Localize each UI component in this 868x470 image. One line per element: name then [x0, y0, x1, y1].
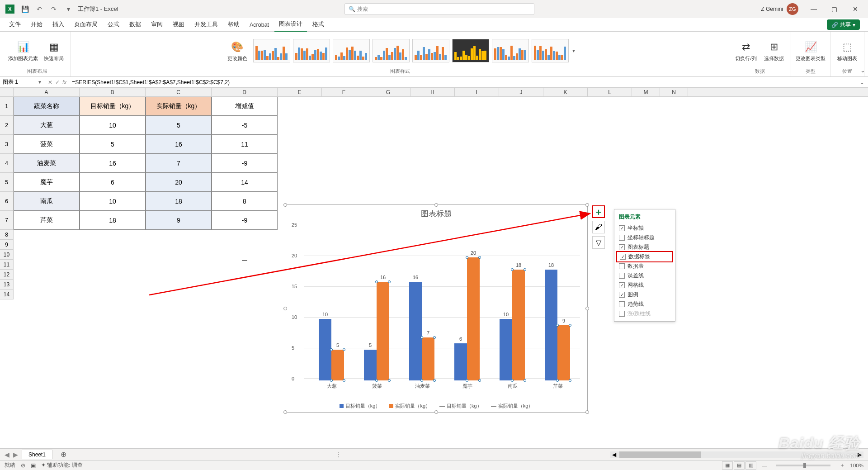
checkbox[interactable]: ✓ [619, 282, 625, 288]
row-header[interactable]: 3 [0, 135, 14, 154]
row-header[interactable]: 4 [0, 154, 14, 173]
row-header[interactable]: 12 [0, 270, 14, 280]
table-cell[interactable]: 大葱 [14, 116, 80, 135]
ribbon-tab[interactable]: 图表设计 [274, 18, 307, 32]
checkbox[interactable]: ✓ [619, 225, 625, 231]
table-header-cell[interactable]: 目标销量（kg） [80, 97, 146, 116]
table-cell[interactable]: 10 [80, 116, 146, 135]
ribbon-tab[interactable]: 插入 [48, 18, 69, 31]
data-label[interactable]: 18 [516, 262, 521, 268]
add-chart-element-button[interactable]: 📊 添加图表元素 [8, 40, 38, 62]
chart-styles-button[interactable]: 🖌 [592, 221, 605, 233]
search-box[interactable]: 🔍 搜索 [344, 3, 534, 15]
checkbox[interactable] [619, 263, 625, 269]
scrollbar-thumb[interactable] [619, 451, 701, 458]
ribbon-tab[interactable]: 帮助 [223, 18, 244, 31]
undo-icon[interactable]: ↶ [34, 4, 44, 14]
switch-row-col-button[interactable]: ⇄ 切换行/列 [734, 40, 758, 62]
accept-formula-icon[interactable]: ✓ [55, 79, 60, 85]
quick-layout-button[interactable]: ▦ 快速布局 [42, 40, 66, 62]
share-button[interactable]: 🔗 共享 ▾ [827, 19, 860, 30]
collapse-ribbon-icon[interactable]: ⌄ [860, 67, 865, 74]
checkbox[interactable]: ✓ [619, 292, 625, 298]
legend-item[interactable]: 实际销量（kg） [491, 403, 533, 409]
data-label[interactable]: 20 [471, 250, 476, 256]
worksheet-grid[interactable]: 1234567891011121314 蔬菜名称大葱菠菜油麦菜魔芋南瓜芹菜目标销… [0, 97, 868, 423]
chart-element-option[interactable]: 坐标轴标题 [616, 233, 673, 242]
fx-icon[interactable]: fx [62, 79, 66, 85]
table-cell[interactable]: -5 [212, 116, 278, 135]
chart-element-option[interactable]: 数据表 [616, 261, 673, 271]
legend-item[interactable]: 实际销量（kg） [389, 403, 430, 409]
column-header[interactable]: A [14, 88, 80, 96]
scroll-left-icon[interactable]: ◀ [612, 451, 616, 458]
column-header[interactable]: C [146, 88, 212, 96]
chart-element-option[interactable]: ✓图表标题 [616, 242, 673, 252]
checkbox[interactable]: ✓ [619, 244, 625, 250]
chart-bar[interactable]: 16 [377, 282, 389, 380]
row-header[interactable]: 13 [0, 280, 14, 290]
chart-style-thumb[interactable] [452, 39, 489, 62]
move-chart-button[interactable]: ⬚ 移动图表 [835, 40, 859, 62]
column-header[interactable]: M [632, 88, 660, 96]
chart-style-thumb[interactable] [333, 39, 370, 62]
data-label[interactable]: 6 [459, 336, 462, 342]
chart-legend[interactable]: 目标销量（kg）实际销量（kg）目标销量（kg）实际销量（kg） [285, 403, 587, 409]
chart-filters-button[interactable]: ▽ [592, 236, 605, 249]
checkbox[interactable]: ✓ [620, 254, 626, 260]
chart-bar[interactable]: 18 [512, 270, 525, 380]
row-header[interactable]: 9 [0, 240, 14, 250]
change-colors-button[interactable]: 🎨 更改颜色 [225, 40, 250, 62]
cancel-formula-icon[interactable]: ✕ [48, 79, 52, 85]
chart-element-option[interactable]: 趋势线 [616, 299, 673, 309]
qat-dropdown-icon[interactable]: ▾ [63, 4, 73, 14]
column-header[interactable]: E [278, 88, 322, 96]
column-header[interactable]: H [410, 88, 455, 96]
row-header[interactable]: 7 [0, 211, 14, 230]
data-label[interactable]: 5 [369, 342, 372, 348]
data-label[interactable]: 5 [336, 342, 339, 348]
data-label[interactable]: 10 [503, 312, 509, 317]
table-cell[interactable]: 14 [212, 173, 278, 192]
ribbon-tab[interactable]: 视图 [168, 18, 189, 31]
chart-style-thumb[interactable] [293, 39, 330, 62]
minimize-button[interactable]: — [804, 2, 824, 16]
ribbon-tab[interactable]: 文件 [5, 18, 25, 31]
accessibility-icon[interactable]: ⊘ [21, 462, 25, 469]
row-header[interactable]: 8 [0, 230, 14, 240]
chart-bar[interactable]: 10 [500, 319, 512, 380]
chart-bar[interactable]: 18 [545, 270, 557, 380]
zoom-in-icon[interactable]: ＋ [840, 462, 845, 469]
page-break-view-icon[interactable]: ▥ [745, 461, 756, 470]
table-cell[interactable]: 魔芋 [14, 173, 80, 192]
chart-style-thumb[interactable] [253, 39, 290, 62]
table-cell[interactable]: 9 [146, 211, 212, 230]
data-label[interactable]: 10 [322, 312, 328, 317]
ribbon-tab[interactable]: 格式 [308, 18, 329, 31]
page-layout-view-icon[interactable]: ▤ [734, 461, 745, 470]
column-header[interactable]: F [322, 88, 366, 96]
chart-element-option[interactable]: ✓数据标签 [616, 251, 673, 262]
zoom-level[interactable]: 100% [850, 463, 863, 468]
data-label[interactable]: 16 [413, 275, 418, 280]
select-all-corner[interactable] [0, 88, 14, 96]
checkbox[interactable] [619, 311, 625, 317]
ribbon-tab[interactable]: 数据 [125, 18, 146, 31]
normal-view-icon[interactable]: ▦ [722, 461, 733, 470]
row-header[interactable]: 6 [0, 192, 14, 211]
ribbon-tab[interactable]: 页面布局 [70, 18, 102, 31]
table-cell[interactable]: 8 [212, 192, 278, 211]
table-cell[interactable]: 11 [212, 135, 278, 154]
sheet-next-icon[interactable]: ▶ [13, 451, 18, 458]
tab-split-icon[interactable]: ⋮ [336, 451, 341, 458]
column-header[interactable]: B [80, 88, 146, 96]
chart-element-option[interactable]: ✓图例 [616, 290, 673, 299]
chart-style-thumb[interactable] [373, 39, 410, 62]
table-cell[interactable]: 16 [80, 154, 146, 173]
chart-bar[interactable]: 6 [454, 343, 467, 380]
column-header[interactable]: N [660, 88, 688, 96]
table-cell[interactable]: -9 [212, 211, 278, 230]
expand-formula-icon[interactable]: ⌄ [856, 79, 868, 85]
chart-bar[interactable]: 9 [557, 325, 570, 380]
data-label[interactable]: 16 [380, 275, 386, 280]
